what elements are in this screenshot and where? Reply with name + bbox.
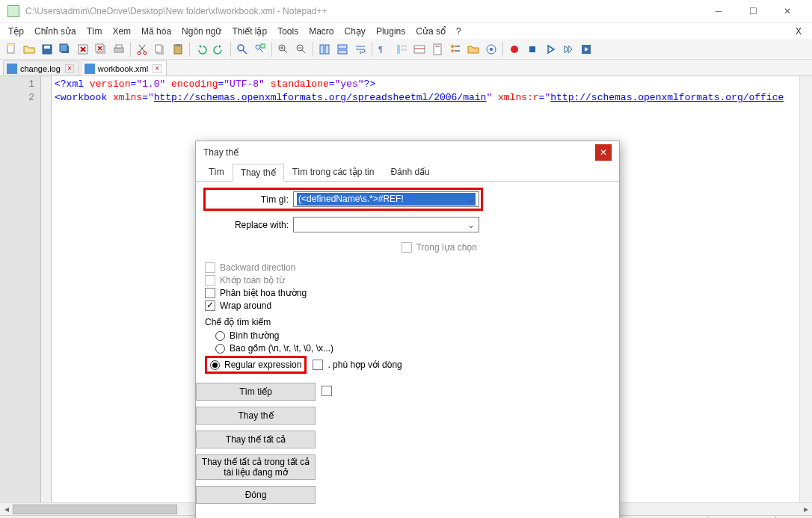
- search-mode-regex[interactable]: Regular expression: [210, 360, 301, 370]
- save-all-icon[interactable]: [57, 41, 73, 58]
- window-close-button[interactable]: ✕: [770, 0, 805, 23]
- play-multi-icon[interactable]: [560, 41, 576, 58]
- folder-panel-icon[interactable]: [465, 41, 482, 58]
- menu-settings[interactable]: Thiết lập: [227, 25, 272, 38]
- func-list-icon[interactable]: [447, 41, 464, 58]
- dropdown-icon[interactable]: ⌄: [465, 219, 477, 231]
- menu-edit[interactable]: Chỉnh sửa: [29, 25, 81, 38]
- line-number: 2: [0, 91, 34, 105]
- scroll-right-icon[interactable]: ▸: [799, 503, 812, 515]
- replace-label: Replace with:: [207, 220, 293, 230]
- doc-map-icon[interactable]: [429, 41, 446, 58]
- find-icon[interactable]: [234, 41, 250, 58]
- menu-view[interactable]: Xem: [107, 25, 136, 38]
- open-file-icon[interactable]: [21, 41, 37, 58]
- redo-icon[interactable]: [211, 41, 227, 58]
- scroll-left-icon[interactable]: ◂: [0, 503, 13, 515]
- svg-rect-32: [435, 46, 440, 47]
- fold-margin: [41, 76, 52, 502]
- replace-all-open-button[interactable]: Thay thế tất cả trong tất cả tài liệu đa…: [196, 454, 316, 480]
- menu-find[interactable]: Tìm: [81, 25, 108, 38]
- save-icon[interactable]: [39, 41, 55, 58]
- whole-word-checkbox[interactable]: Khớp toàn bộ từ: [205, 275, 482, 286]
- vertical-scrollbar[interactable]: [799, 76, 812, 502]
- zoom-in-icon[interactable]: [275, 41, 292, 58]
- replace-dialog: Thay thế ✕ Tìm Thay thế Tìm trong các tậ…: [195, 141, 620, 518]
- menu-plugins[interactable]: Plugins: [371, 25, 410, 38]
- replace-icon[interactable]: [252, 41, 268, 58]
- copy-icon[interactable]: [152, 41, 168, 58]
- find-next-toggle-checkbox[interactable]: [322, 386, 332, 396]
- match-case-checkbox[interactable]: Phân biệt hoa thường: [205, 288, 482, 298]
- play-macro-icon[interactable]: [542, 41, 559, 58]
- monitoring-icon[interactable]: [483, 41, 499, 58]
- new-file-icon[interactable]: [3, 41, 19, 58]
- replace-all-button[interactable]: Thay thế tất cả: [196, 431, 316, 448]
- app-icon: [7, 5, 19, 17]
- paste-icon[interactable]: [170, 41, 186, 58]
- dropdown-icon[interactable]: ⌄: [465, 194, 477, 206]
- svg-rect-1: [7, 44, 14, 46]
- search-mode-normal[interactable]: Bình thường: [215, 330, 482, 341]
- replace-input[interactable]: ⌄: [293, 217, 479, 232]
- menu-macro[interactable]: Macro: [304, 25, 339, 38]
- dialog-close-button[interactable]: ✕: [595, 144, 612, 161]
- svg-rect-27: [397, 45, 400, 54]
- tab-replace[interactable]: Thay thế: [233, 164, 284, 182]
- close-button[interactable]: Đóng: [196, 486, 316, 504]
- save-macro-icon[interactable]: [578, 41, 594, 58]
- close-tab-icon[interactable]: ×: [65, 64, 74, 73]
- menu-bar: Tệp Chỉnh sửa Tìm Xem Mã hóa Ngôn ngữ Th…: [0, 23, 812, 39]
- svg-point-39: [511, 46, 518, 53]
- undo-icon[interactable]: [193, 41, 209, 58]
- dialog-titlebar[interactable]: Thay thế ✕: [196, 141, 619, 164]
- menu-tools[interactable]: Tools: [272, 25, 304, 38]
- line-gutter: 1 2: [0, 76, 41, 502]
- sync-v-icon[interactable]: [316, 41, 333, 58]
- menu-language[interactable]: Ngôn ngữ: [176, 25, 227, 38]
- file-tab-workbook-xml[interactable]: workbook.xml ×: [81, 61, 167, 75]
- menubar-close-x[interactable]: X: [796, 26, 809, 37]
- backward-checkbox[interactable]: Backward direction: [205, 262, 482, 273]
- menu-window[interactable]: Cửa sổ: [410, 25, 451, 38]
- find-label: Tìm gì:: [207, 194, 293, 205]
- stop-macro-icon[interactable]: [524, 41, 541, 58]
- maximize-button[interactable]: ☐: [736, 0, 770, 23]
- find-input[interactable]: (<definedName\s.*>#REF!<\/definedName>) …: [293, 191, 479, 207]
- menu-help[interactable]: ?: [451, 25, 467, 38]
- menu-run[interactable]: Chạy: [339, 25, 371, 38]
- replace-button[interactable]: Thay thế: [196, 407, 316, 425]
- tab-find-in-files[interactable]: Tìm trong các tập tin: [284, 163, 383, 181]
- lang-icon[interactable]: [411, 41, 428, 58]
- indent-guide-icon[interactable]: [393, 41, 410, 58]
- find-next-button[interactable]: Tìm tiếp: [196, 383, 316, 401]
- dialog-tabs: Tìm Thay thế Tìm trong các tập tin Đánh …: [196, 164, 619, 182]
- scroll-thumb[interactable]: [13, 505, 177, 514]
- tab-mark[interactable]: Đánh dấu: [382, 163, 437, 181]
- wrap-icon[interactable]: [352, 41, 369, 58]
- file-tab-change-log[interactable]: change.log ×: [3, 61, 79, 75]
- minimize-button[interactable]: ─: [701, 0, 736, 23]
- tab-find[interactable]: Tìm: [200, 163, 233, 181]
- svg-rect-24: [338, 45, 347, 49]
- menu-file[interactable]: Tệp: [3, 25, 29, 38]
- title-bar: C:\Users\admin\OneDrive\Desktop\New fold…: [0, 0, 812, 23]
- search-mode-extended[interactable]: Bao gồm (\n, \r, \t, \0, \x...): [215, 343, 482, 354]
- svg-rect-36: [455, 50, 460, 52]
- cut-icon[interactable]: [134, 41, 150, 58]
- close-all-icon[interactable]: [93, 41, 109, 58]
- menu-encoding[interactable]: Mã hóa: [136, 25, 176, 38]
- show-all-chars-icon[interactable]: ¶: [375, 41, 392, 58]
- sync-h-icon[interactable]: [334, 41, 351, 58]
- wrap-around-checkbox[interactable]: Wrap around: [205, 300, 482, 311]
- record-macro-icon[interactable]: [506, 41, 523, 58]
- in-selection-checkbox[interactable]: Trong lựa chọn: [402, 242, 477, 253]
- close-file-icon[interactable]: [75, 41, 91, 58]
- zoom-out-icon[interactable]: [293, 41, 310, 58]
- close-tab-icon[interactable]: ×: [153, 64, 162, 73]
- svg-rect-5: [60, 44, 67, 52]
- print-icon[interactable]: [111, 41, 127, 58]
- svg-rect-28: [401, 45, 407, 47]
- regex-dot-matches-newline[interactable]: . phù hợp với dòng: [313, 360, 402, 370]
- svg-rect-22: [320, 45, 324, 54]
